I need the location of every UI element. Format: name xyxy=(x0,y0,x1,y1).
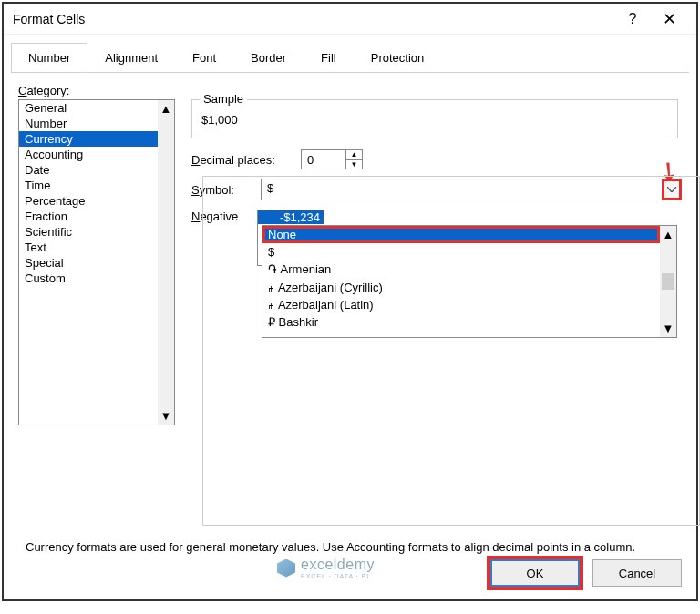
format-description: Currency formats are used for general mo… xyxy=(26,539,682,556)
category-item-accounting[interactable]: Accounting xyxy=(19,147,174,162)
symbol-option-azerbaijani-latin[interactable]: ₼ Azerbaijani (Latin) xyxy=(262,296,660,313)
watermark-logo-icon xyxy=(277,559,295,578)
spinner-down-icon[interactable]: ▼ xyxy=(346,160,362,169)
tab-fill[interactable]: Fill xyxy=(304,43,354,73)
category-item-text[interactable]: Text xyxy=(19,240,174,255)
category-item-time[interactable]: Time xyxy=(19,178,174,193)
symbol-dropdown-list[interactable]: None $ ֏ Armenian ₼ Azerbaijani (Cyrilli… xyxy=(262,225,677,338)
category-item-special[interactable]: Special xyxy=(19,255,174,271)
tab-protection[interactable]: Protection xyxy=(354,43,442,73)
category-scrollbar[interactable]: ▲▼ xyxy=(158,100,174,425)
category-item-custom[interactable]: Custom xyxy=(19,271,174,286)
category-item-currency[interactable]: Currency xyxy=(19,131,174,147)
watermark-text: exceldemy xyxy=(301,557,375,573)
tab-font[interactable]: Font xyxy=(175,43,233,73)
spinner-up-icon[interactable]: ▲ xyxy=(346,150,362,160)
format-cells-dialog: Format Cells ? ✕ Number Alignment Font B… xyxy=(2,2,698,601)
category-item-general[interactable]: General xyxy=(19,100,174,116)
negative-item-0[interactable]: -$1,234 xyxy=(258,210,324,224)
tab-alignment[interactable]: Alignment xyxy=(88,43,175,73)
category-item-date[interactable]: Date xyxy=(19,162,174,178)
watermark: exceldemy EXCEL · DATA · BI xyxy=(277,557,375,579)
symbol-option-bashkir[interactable]: ₽ Bashkir xyxy=(262,313,660,331)
category-listbox[interactable]: General Number Currency Accounting Date … xyxy=(18,99,175,425)
sample-group: Sample $1,000 xyxy=(191,99,678,138)
symbol-label: Symbol: xyxy=(191,183,252,197)
sample-value: $1,000 xyxy=(201,109,668,127)
spinner-arrows[interactable]: ▲▼ xyxy=(346,149,363,169)
decimal-places-input[interactable] xyxy=(301,149,346,169)
dialog-buttons: OK Cancel xyxy=(490,559,682,587)
watermark-subtext: EXCEL · DATA · BI xyxy=(301,573,375,579)
tab-border[interactable]: Border xyxy=(233,43,304,73)
symbol-option-dollar[interactable]: $ xyxy=(262,243,660,261)
category-item-fraction[interactable]: Fraction xyxy=(19,209,174,224)
dropdown-scrollbar[interactable]: ▲▼ xyxy=(660,226,676,337)
symbol-option-none[interactable]: None xyxy=(262,226,660,243)
category-label: Category: xyxy=(18,84,682,97)
decimal-places-spinner[interactable]: ▲▼ xyxy=(301,149,363,169)
sample-legend: Sample xyxy=(200,92,247,106)
decimal-places-label: Decimal places: xyxy=(191,153,292,167)
help-button[interactable]: ? xyxy=(614,11,651,27)
chevron-down-icon xyxy=(667,187,676,192)
close-button[interactable]: ✕ xyxy=(651,9,687,29)
category-item-number[interactable]: Number xyxy=(19,116,174,131)
tab-strip: Number Alignment Font Border Fill Protec… xyxy=(11,43,689,73)
symbol-option-azerbaijani-cyrillic[interactable]: ₼ Azerbaijani (Cyrillic) xyxy=(262,279,660,296)
category-item-percentage[interactable]: Percentage xyxy=(19,193,174,209)
titlebar: Format Cells ? ✕ xyxy=(4,4,696,35)
ok-button[interactable]: OK xyxy=(490,559,580,587)
dialog-title: Format Cells xyxy=(13,12,614,26)
negative-numbers-label: Negative xyxy=(191,210,252,223)
symbol-option-armenian[interactable]: ֏ Armenian xyxy=(262,261,660,279)
cancel-button[interactable]: Cancel xyxy=(592,559,682,587)
symbol-dropdown-button[interactable] xyxy=(662,179,682,200)
category-item-scientific[interactable]: Scientific xyxy=(19,224,174,240)
tab-number[interactable]: Number xyxy=(11,43,88,73)
symbol-select[interactable]: $ xyxy=(261,179,662,200)
